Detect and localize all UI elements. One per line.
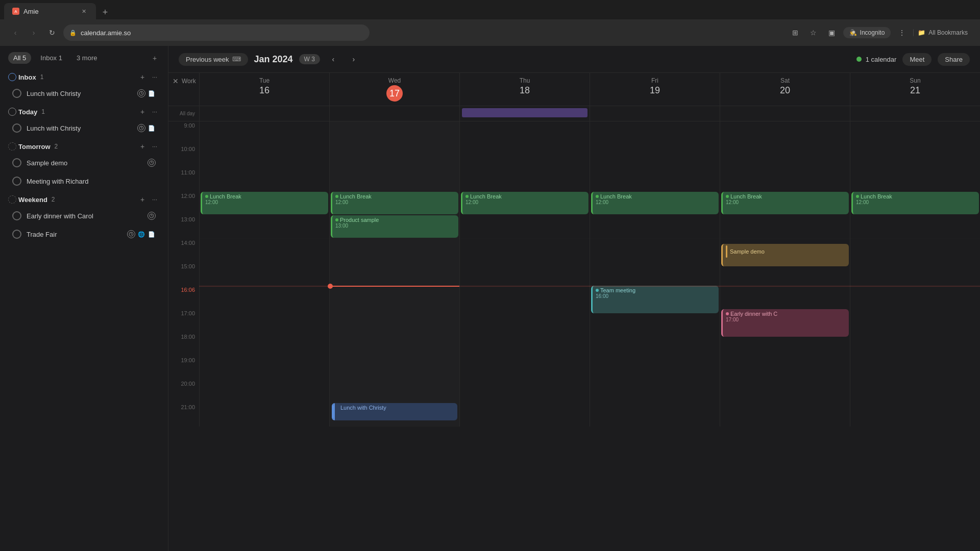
event-team-meeting[interactable]: Team meeting 16:00	[591, 286, 719, 313]
weekend-add-button[interactable]: +	[137, 194, 148, 205]
prev-week-label: Previous week	[186, 56, 229, 63]
calendar-header: Previous week ⌨ Jan 2024 W 3 ‹ › 1 calen…	[168, 46, 980, 73]
incognito-button[interactable]: 🕵 Incognito	[843, 27, 891, 38]
day-num-thu: 18	[462, 85, 587, 96]
clock-icon-5	[148, 212, 156, 220]
svg-line-8	[152, 163, 153, 163]
tab-more[interactable]: 3 more	[71, 52, 102, 64]
time-2000: 20:00	[168, 380, 199, 403]
sidebar-add-button[interactable]: +	[150, 53, 160, 63]
today-add-button[interactable]: +	[137, 107, 148, 117]
extensions-icon[interactable]: ⊞	[788, 26, 802, 40]
new-tab-button[interactable]: +	[98, 5, 112, 19]
previous-week-button[interactable]: Previous week ⌨	[179, 53, 248, 66]
day-col-wed[interactable]: Lunch Break 12:00 Product sample 13:00	[329, 121, 459, 427]
day-name-wed: Wed	[332, 77, 457, 84]
bookmarks-area[interactable]: 📁 All Bookmarks	[913, 29, 972, 36]
sidebar-item-meeting-richard[interactable]: Meeting with Richard	[4, 172, 164, 190]
inbox-more-button[interactable]: ···	[150, 72, 160, 82]
day-col-sat[interactable]: Lunch Break 12:00 Sample demo	[720, 121, 850, 427]
allday-cell-sat[interactable]	[720, 106, 850, 121]
event-dot	[465, 195, 469, 198]
forward-button[interactable]: ›	[27, 26, 41, 40]
event-sample-demo[interactable]: Sample demo	[721, 244, 849, 266]
doc-icon-2: 📄	[148, 124, 156, 132]
weekend-count: 2	[52, 196, 55, 203]
day-col-sun[interactable]: Lunch Break 12:00	[850, 121, 980, 427]
day-num-fri: 19	[592, 85, 718, 96]
prev-week-icon: ⌨	[232, 56, 241, 63]
day-name-tue: Tue	[202, 77, 327, 84]
tab-all[interactable]: All 5	[8, 52, 31, 64]
share-button[interactable]: Share	[938, 53, 970, 66]
day-col-tue[interactable]: Lunch Break 12:00	[199, 121, 329, 427]
allday-cell-sun[interactable]	[850, 106, 980, 121]
event-dot	[596, 195, 599, 198]
tab-title: Amie	[23, 8, 76, 15]
event-product-sample[interactable]: Product sample 13:00	[331, 215, 458, 238]
day-name-sun: Sun	[852, 77, 978, 84]
weekend-more-button[interactable]: ···	[150, 194, 160, 205]
inbox-add-button[interactable]: +	[137, 72, 148, 82]
one-calendar-label: 1 calendar	[866, 56, 897, 63]
day-num-sat: 20	[722, 85, 848, 96]
event-lunch-break-fri[interactable]: Lunch Break 12:00	[591, 192, 719, 214]
bookmark-icon[interactable]: ☆	[806, 26, 821, 40]
current-time-dot	[328, 284, 333, 289]
weekend-label: Weekend	[18, 196, 47, 204]
tab-close-button[interactable]: ✕	[80, 7, 88, 15]
sidebar-item-sample-demo[interactable]: Sample demo	[4, 154, 164, 171]
event-lunch-break-sat[interactable]: Lunch Break 12:00	[721, 192, 849, 214]
menu-button[interactable]: ⋮	[895, 26, 909, 40]
work-label[interactable]: Work	[182, 78, 196, 85]
time-1600: 16:06	[168, 286, 199, 309]
tab-inbox[interactable]: Inbox 1	[35, 52, 67, 64]
hour-1900	[200, 356, 329, 380]
event-lunch-break-thu[interactable]: Lunch Break 12:00	[461, 192, 589, 214]
allday-event-purple[interactable]	[462, 108, 587, 117]
sidebar-item-lunch-christy-1[interactable]: Lunch with Christy 📄	[4, 85, 164, 102]
event-lunch-break-tue[interactable]: Lunch Break 12:00	[201, 192, 328, 214]
sidebar-item-lunch-christy-2[interactable]: Lunch with Christy 📄	[4, 119, 164, 137]
item-circle-5	[12, 211, 21, 220]
allday-cross-icon[interactable]: ✕	[173, 77, 179, 85]
time-1500: 15:00	[168, 262, 199, 286]
event-lunch-break-sun[interactable]: Lunch Break 12:00	[851, 192, 979, 214]
item-circle-6	[12, 230, 21, 239]
event-lunch-christy-wed[interactable]: Lunch with Christy	[332, 403, 457, 420]
allday-cell-wed[interactable]	[329, 106, 459, 121]
section-header-tomorrow: Tomorrow 2 + ···	[0, 137, 168, 154]
time-900: 9:00	[168, 121, 199, 145]
prev-nav-arrow[interactable]: ‹	[326, 52, 340, 66]
day-col-thu[interactable]: Lunch Break 12:00	[459, 121, 590, 427]
address-bar[interactable]: 🔒 calendar.amie.so	[63, 24, 370, 41]
clock-icon-2	[137, 124, 145, 132]
sidebar-item-trade-fair[interactable]: Trade Fair 🌐 📄	[4, 226, 164, 243]
week-badge: W 3	[299, 54, 320, 64]
tomorrow-more-button[interactable]: ···	[150, 141, 160, 152]
day-col-fri[interactable]: Lunch Break 12:00 Team meeting 16:00	[590, 121, 720, 427]
clock-icon-3	[148, 159, 156, 167]
tomorrow-dashed-icon	[8, 142, 16, 151]
item-icons-6: 🌐 📄	[127, 230, 156, 238]
browser-tab[interactable]: A Amie ✕	[4, 3, 96, 19]
meet-button[interactable]: Meet	[902, 53, 932, 66]
item-label-6: Trade Fair	[27, 231, 122, 238]
tomorrow-add-button[interactable]: +	[137, 141, 148, 152]
next-nav-arrow[interactable]: ›	[347, 52, 361, 66]
today-more-button[interactable]: ···	[150, 107, 160, 117]
sidebar-item-early-dinner[interactable]: Early dinner with Carol	[4, 207, 164, 224]
allday-cell-tue[interactable]	[199, 106, 329, 121]
hour-1600	[200, 286, 329, 309]
doc-icon: 📄	[148, 89, 156, 97]
hour-2100	[200, 403, 329, 427]
calendar-indicator: 1 calendar	[856, 56, 897, 63]
back-button[interactable]: ‹	[8, 26, 22, 40]
reload-button[interactable]: ↻	[45, 26, 59, 40]
allday-cell-fri[interactable]	[590, 106, 720, 121]
sidebar-icon[interactable]: ▣	[825, 26, 839, 40]
event-early-dinner[interactable]: Early dinner with C 17:00	[721, 309, 849, 337]
calendar-main: Previous week ⌨ Jan 2024 W 3 ‹ › 1 calen…	[168, 46, 980, 551]
event-lunch-break-wed[interactable]: Lunch Break 12:00	[331, 192, 458, 214]
allday-cell-thu[interactable]	[459, 106, 590, 121]
